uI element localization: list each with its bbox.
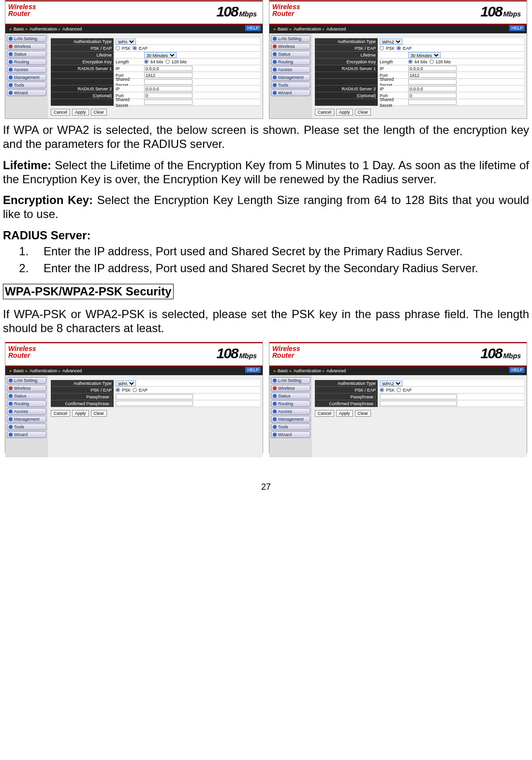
label-optional: (Optional) xyxy=(51,92,114,99)
label-confirm-passphrase: Confirmed Passphrase : xyxy=(51,400,114,407)
radio-psk[interactable] xyxy=(116,46,120,50)
list-item-2: Enter the IP address, Port used and Shar… xyxy=(32,261,529,275)
radio-psk[interactable] xyxy=(116,388,120,392)
radio-eap[interactable] xyxy=(133,46,137,50)
label-psk-eap: PSK / EAP xyxy=(51,45,114,52)
sidebar-item-wizard[interactable]: Wizard xyxy=(271,431,310,438)
radius2-secret[interactable] xyxy=(408,100,457,105)
sidebar-item-routing[interactable]: Routing xyxy=(271,58,310,65)
sidebar-item-routing[interactable]: Routing xyxy=(271,400,310,407)
radius2-port[interactable] xyxy=(408,93,457,98)
radius1-secret[interactable] xyxy=(144,79,192,85)
radius1-port[interactable] xyxy=(144,73,192,78)
help-button[interactable]: HELP xyxy=(245,367,261,373)
cancel-button[interactable]: Cancel xyxy=(51,410,70,417)
sidebar-item-tools[interactable]: Tools xyxy=(7,424,46,430)
label-radius1: RADIUS Server 1 xyxy=(51,65,114,72)
sidebar-item-status[interactable]: Status xyxy=(271,51,310,58)
sidebar-item-routing[interactable]: Routing xyxy=(7,58,46,65)
sidebar-item-management[interactable]: Management xyxy=(271,416,310,423)
radius2-ip[interactable] xyxy=(144,86,192,91)
sidebar-item-wizard[interactable]: Wizard xyxy=(7,431,46,438)
sidebar-item-management[interactable]: Management xyxy=(7,74,46,81)
clear-button[interactable]: Clear xyxy=(91,410,107,417)
para-intro: If WPA or WPA2 is selected, the below sc… xyxy=(3,123,529,151)
sidebar-item-lan[interactable]: LAN Setting xyxy=(7,35,46,42)
label-enc-key: Encryption Key xyxy=(51,58,114,65)
cancel-button[interactable]: Cancel xyxy=(51,109,70,116)
radio-128[interactable] xyxy=(165,59,170,64)
radio-64[interactable] xyxy=(144,59,148,64)
radio-eap[interactable] xyxy=(133,388,137,392)
sidebar: LAN Setting Wireless Status Routing Acce… xyxy=(5,33,48,118)
apply-button[interactable]: Apply xyxy=(336,109,353,116)
lifetime-select[interactable]: 30 Minutes xyxy=(144,52,177,58)
help-button[interactable]: HELP xyxy=(509,25,525,31)
cancel-button[interactable]: Cancel xyxy=(315,410,334,417)
sidebar-item-wireless[interactable]: Wireless xyxy=(7,43,46,50)
auth-type-select[interactable]: WPA2 xyxy=(380,39,402,44)
label-passphrase: Passphrase : xyxy=(51,394,114,400)
passphrase-input[interactable] xyxy=(116,394,193,399)
help-button[interactable]: HELP xyxy=(245,25,261,31)
sidebar-item-wizard[interactable]: Wizard xyxy=(271,89,310,96)
sidebar-item-access[interactable]: Access xyxy=(7,408,46,415)
radio-128[interactable] xyxy=(429,59,434,64)
radio-psk[interactable] xyxy=(380,388,384,392)
sidebar-item-wireless[interactable]: Wireless xyxy=(7,385,46,392)
sidebar-item-lan[interactable]: LAN Setting xyxy=(271,377,310,384)
radio-psk[interactable] xyxy=(380,46,384,50)
apply-button[interactable]: Apply xyxy=(336,410,353,417)
help-button[interactable]: HELP xyxy=(509,367,525,373)
auth-type-select[interactable]: WPA2 xyxy=(380,380,402,386)
radio-eap[interactable] xyxy=(397,46,401,50)
sidebar-item-management[interactable]: Management xyxy=(7,416,46,423)
sidebar-item-wireless[interactable]: Wireless xyxy=(271,385,310,392)
para-psk: If WPA-PSK or WPA2-PSK is selected, plea… xyxy=(3,307,529,336)
sidebar-item-access[interactable]: Access xyxy=(271,66,310,73)
sidebar-item-management[interactable]: Management xyxy=(271,74,310,81)
radius1-ip[interactable] xyxy=(144,66,192,71)
page-number: 27 xyxy=(0,482,532,492)
sidebar-item-wizard[interactable]: Wizard xyxy=(7,89,46,96)
screenshot-wpa-psk: WirelessRouter 108 Mbps ▸Basic ▸Authenti… xyxy=(5,342,263,453)
apply-button[interactable]: Apply xyxy=(72,109,89,116)
radio-eap[interactable] xyxy=(397,388,401,392)
radius2-secret[interactable] xyxy=(144,100,192,105)
sidebar-item-status[interactable]: Status xyxy=(271,393,310,399)
sidebar-item-lan[interactable]: LAN Setting xyxy=(271,35,310,42)
radio-64[interactable] xyxy=(408,59,413,64)
cancel-button[interactable]: Cancel xyxy=(315,109,334,116)
sidebar-item-lan[interactable]: LAN Setting xyxy=(7,377,46,384)
clear-button[interactable]: Clear xyxy=(355,410,371,417)
clear-button[interactable]: Clear xyxy=(355,109,371,116)
sidebar-item-status[interactable]: Status xyxy=(7,51,46,58)
lifetime-select[interactable]: 30 Minutes xyxy=(408,52,441,58)
sidebar-item-tools[interactable]: Tools xyxy=(271,82,310,88)
apply-button[interactable]: Apply xyxy=(72,410,89,417)
radius1-ip[interactable] xyxy=(408,66,457,71)
sidebar-item-wireless[interactable]: Wireless xyxy=(271,43,310,50)
confirm-passphrase-input[interactable] xyxy=(116,401,193,406)
sidebar-item-tools[interactable]: Tools xyxy=(7,82,46,88)
sidebar-item-access[interactable]: Access xyxy=(271,408,310,415)
screenshot-row-eap: WirelessRouter 108 Mbps ▸Basic ▸Authenti… xyxy=(0,0,532,119)
screenshot-wpa2-psk: WirelessRouter 108 Mbps ▸Basic ▸Authenti… xyxy=(269,342,527,453)
auth-type-select[interactable]: WPA xyxy=(116,39,136,44)
radius2-ip[interactable] xyxy=(408,86,457,91)
radius1-port[interactable] xyxy=(408,73,457,78)
breadcrumb: ▸Basic ▸Authentication ▸Advanced HELP xyxy=(5,25,263,33)
radius2-port[interactable] xyxy=(144,93,192,98)
speed-badge: 108 Mbps xyxy=(217,3,257,20)
confirm-passphrase-input[interactable] xyxy=(380,401,457,406)
sidebar-item-access[interactable]: Access xyxy=(7,66,46,73)
sidebar-item-routing[interactable]: Routing xyxy=(7,400,46,407)
auth-type-select[interactable]: WPA xyxy=(116,380,136,386)
heading-psk: WPA-PSK/WPA2-PSK Security xyxy=(3,284,174,299)
logo-text: WirelessRouter xyxy=(8,3,36,17)
passphrase-input[interactable] xyxy=(380,394,457,399)
sidebar-item-status[interactable]: Status xyxy=(7,393,46,399)
radius1-secret[interactable] xyxy=(408,79,457,85)
clear-button[interactable]: Clear xyxy=(91,109,107,116)
sidebar-item-tools[interactable]: Tools xyxy=(271,424,310,430)
